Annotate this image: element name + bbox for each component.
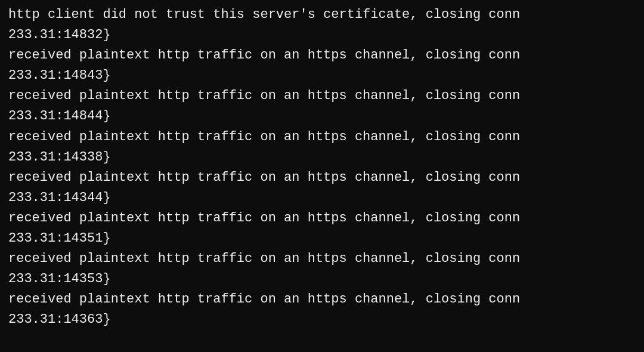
log-line: received plaintext http traffic on an ht…	[8, 127, 644, 147]
log-line: received plaintext http traffic on an ht…	[8, 249, 644, 269]
log-line: received plaintext http traffic on an ht…	[8, 208, 644, 229]
log-line: received plaintext http traffic on an ht…	[8, 168, 644, 188]
log-line: 233.31:14351}	[8, 229, 644, 249]
log-line: 233.31:14353}	[8, 269, 644, 289]
log-line: received plaintext http traffic on an ht…	[8, 45, 644, 66]
terminal-output: http client did not trust this server's …	[8, 5, 644, 347]
log-line: received plaintext http traffic on an ht…	[8, 289, 644, 310]
log-line: 233.31:14844}	[8, 106, 644, 126]
log-line: received plaintext http traffic on an ht…	[8, 86, 644, 106]
log-line: 233.31:14363}	[8, 310, 644, 330]
log-line: http client did not trust this server's …	[8, 5, 644, 25]
log-line: 233.31:14344}	[8, 188, 644, 208]
log-line: 233.31:14338}	[8, 147, 644, 168]
log-line: 233.31:14832}	[8, 25, 644, 45]
log-line: 233.31:14843}	[8, 66, 644, 86]
